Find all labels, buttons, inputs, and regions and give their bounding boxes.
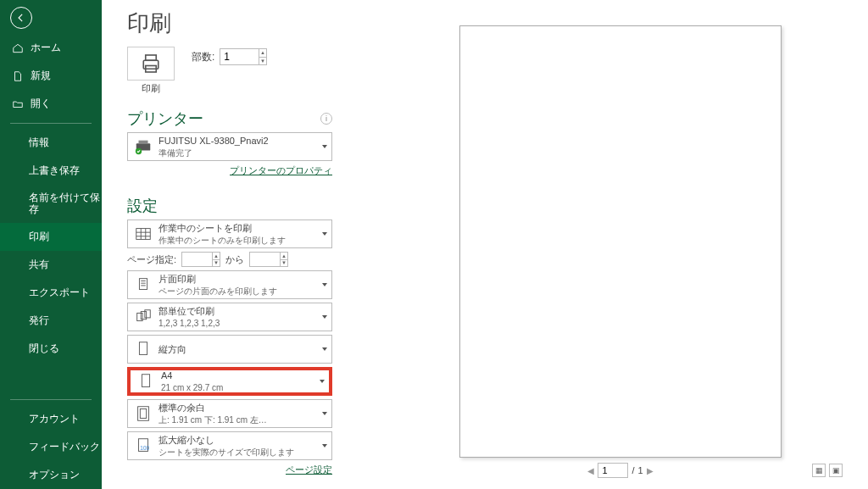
back-button[interactable] <box>10 7 32 29</box>
page-from-spinner[interactable]: ▲▼ <box>181 252 220 267</box>
sidebar-item-close[interactable]: 閉じる <box>0 335 102 363</box>
margins-dropdown[interactable]: 標準の余白上: 1.91 cm 下: 1.91 cm 左… <box>127 399 332 428</box>
copies-input[interactable] <box>220 49 258 64</box>
printer-ready-icon <box>133 136 153 157</box>
settings-section-label: 設定 <box>127 196 158 216</box>
sidebar-label: アカウント <box>29 412 80 426</box>
printer-section-label: プリンター <box>127 108 203 129</box>
printer-dropdown[interactable]: FUJITSU XL-9380_Pnavi2 準備完了 <box>127 132 332 161</box>
svg-rect-14 <box>140 409 146 419</box>
orientation-dropdown[interactable]: 縦方向 <box>127 335 332 364</box>
sidebar-label: 名前を付けて保存 <box>29 192 102 216</box>
printer-name: FUJITSU XL-9380_Pnavi2 <box>159 135 269 147</box>
page-range-mid: から <box>225 253 244 266</box>
sidebar-label: 発行 <box>29 314 49 328</box>
sidebar-item-print[interactable]: 印刷 <box>0 223 102 251</box>
sidebar-item-options[interactable]: オプション <box>0 461 102 489</box>
print-button-label: 印刷 <box>142 83 160 93</box>
home-icon <box>12 42 24 54</box>
chevron-down-icon <box>322 283 327 286</box>
svg-rect-1 <box>146 55 157 60</box>
sidebar-label: 開く <box>31 97 51 111</box>
page-title: 印刷 <box>127 8 332 38</box>
sidebar-label: エクスポート <box>29 286 90 300</box>
arrow-left-icon <box>15 12 27 24</box>
sidebar-item-account[interactable]: アカウント <box>0 405 102 433</box>
pager-total: 1 <box>637 465 643 475</box>
backstage-sidebar: ホーム 新規 開く 情報 上書き保存 名前を付けて保存 印刷 共有 エクスポート… <box>0 0 102 489</box>
sidebar-item-publish[interactable]: 発行 <box>0 307 102 335</box>
copies-label: 部数: <box>192 50 214 64</box>
sidebar-label: フィードバック <box>29 440 100 454</box>
spin-up-icon[interactable]: ▲ <box>259 49 267 58</box>
prev-page-button[interactable]: ◀ <box>587 466 594 475</box>
portrait-icon <box>133 339 153 359</box>
pager-sep: / <box>632 465 634 475</box>
show-margins-button[interactable]: ▦ <box>812 464 826 477</box>
print-button[interactable]: 印刷 <box>127 47 175 95</box>
sidebar-item-save[interactable]: 上書き保存 <box>0 157 102 185</box>
printer-section-header: プリンター i <box>127 108 332 129</box>
sidebar-label: 情報 <box>29 136 49 150</box>
no-scale-icon: 100 <box>133 436 153 456</box>
sidebar-label: 上書き保存 <box>29 164 80 178</box>
file-icon <box>12 70 24 82</box>
chevron-down-icon <box>322 444 327 447</box>
page-range-label: ページ指定: <box>127 253 176 266</box>
svg-rect-8 <box>137 313 142 320</box>
svg-rect-4 <box>139 141 148 144</box>
divider <box>10 399 92 400</box>
sidebar-item-export[interactable]: エクスポート <box>0 279 102 307</box>
sides-dropdown[interactable]: 片面印刷ページの片面のみを印刷します <box>127 270 332 299</box>
chevron-down-icon <box>322 145 327 148</box>
chevron-down-icon <box>322 347 327 351</box>
chevron-down-icon <box>322 232 327 236</box>
preview-pager: ◀ / 1 ▶ ▦ ▣ <box>390 458 851 483</box>
sidebar-item-save-as[interactable]: 名前を付けて保存 <box>0 185 102 223</box>
collate-dropdown[interactable]: 部単位で印刷1,2,3 1,2,3 1,2,3 <box>127 303 332 331</box>
page-from-input[interactable] <box>182 253 212 266</box>
sidebar-item-feedback[interactable]: フィードバック <box>0 433 102 461</box>
paper-size-dropdown[interactable]: A421 cm x 29.7 cm <box>127 367 332 396</box>
collate-icon <box>133 307 153 327</box>
sidebar-item-info[interactable]: 情報 <box>0 129 102 157</box>
svg-rect-11 <box>139 342 147 355</box>
page-setup-link[interactable]: ページ設定 <box>127 464 332 476</box>
sidebar-label: 閉じる <box>29 342 59 356</box>
printer-properties-link[interactable]: プリンターのプロパティ <box>127 164 332 177</box>
sheet-grid-icon <box>133 224 153 244</box>
print-area-dropdown[interactable]: 作業中のシートを印刷作業中のシートのみを印刷します <box>127 219 332 248</box>
copies-spinner[interactable]: ▲▼ <box>220 48 267 65</box>
preview-page <box>459 25 782 458</box>
spin-down-icon[interactable]: ▼ <box>259 58 267 65</box>
single-side-icon <box>133 275 153 295</box>
printer-status: 準備完了 <box>159 147 269 158</box>
printer-icon <box>127 47 175 81</box>
svg-rect-7 <box>139 279 147 290</box>
sidebar-label: 共有 <box>29 258 49 272</box>
print-preview-panel: ◀ / 1 ▶ ▦ ▣ <box>339 0 868 489</box>
next-page-button[interactable]: ▶ <box>647 466 654 475</box>
sidebar-label: 印刷 <box>29 230 49 244</box>
info-icon[interactable]: i <box>320 113 332 125</box>
page-to-input[interactable] <box>250 253 280 266</box>
sidebar-item-new[interactable]: 新規 <box>0 62 102 90</box>
sidebar-item-home[interactable]: ホーム <box>0 34 102 62</box>
svg-rect-12 <box>142 375 149 387</box>
zoom-to-page-button[interactable]: ▣ <box>829 464 843 477</box>
settings-section-header: 設定 <box>127 196 332 216</box>
svg-text:100: 100 <box>140 445 149 451</box>
page-to-spinner[interactable]: ▲▼ <box>249 252 288 267</box>
sidebar-label: 新規 <box>31 69 51 83</box>
divider <box>10 123 92 124</box>
sidebar-item-open[interactable]: 開く <box>0 90 102 118</box>
page-size-icon <box>136 371 156 392</box>
page-current-input[interactable] <box>598 463 628 478</box>
scaling-dropdown[interactable]: 100 拡大縮小なしシートを実際のサイズで印刷します <box>127 431 332 460</box>
sidebar-label: オプション <box>29 468 80 482</box>
print-settings-panel: 印刷 印刷 部数: ▲▼ プリンター i <box>102 0 339 489</box>
svg-rect-6 <box>136 229 151 240</box>
sidebar-item-share[interactable]: 共有 <box>0 251 102 279</box>
chevron-down-icon <box>322 315 327 319</box>
chevron-down-icon <box>320 380 325 383</box>
